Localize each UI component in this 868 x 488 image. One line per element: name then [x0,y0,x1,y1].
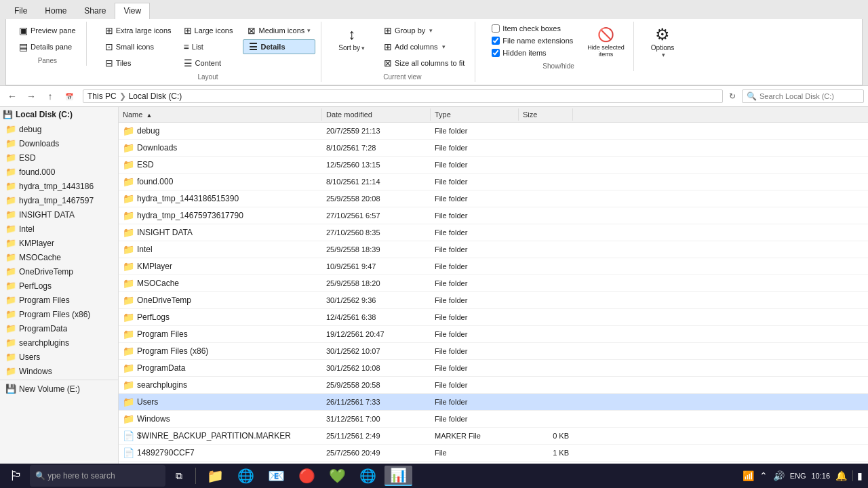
refresh-btn[interactable]: ↻ [726,89,739,103]
details-layout-btn[interactable]: ☰ Details [243,39,315,54]
taskbar-ppt[interactable]: 📊 [384,466,412,486]
table-row[interactable]: 📁 Users 26/11/2561 7:33 File folder [119,394,868,411]
sidebar-item-insight-data[interactable]: 📁INSIGHT DATA [0,207,118,222]
breadcrumb[interactable]: This PC ❯ Local Disk (C:) [83,89,723,103]
table-row[interactable]: 📁 Program Files 19/12/2561 20:47 File fo… [119,326,868,343]
sidebar-item-program-files[interactable]: 📁Program Files [0,293,118,307]
sidebar-item-label: found.000 [19,167,55,177]
medium-icons-btn[interactable]: ⊠ Medium icons ▾ [243,23,315,38]
table-row[interactable]: 📁 ESD 12/5/2560 13:15 File folder [119,157,868,174]
forward-btn[interactable]: → [23,88,39,104]
taskbar-antivirus[interactable]: 🔴 [293,466,321,486]
sidebar-localdisk-header[interactable]: 💾 Local Disk (C:) [0,107,118,122]
sidebar-item-windows[interactable]: 📁Windows [0,364,118,378]
sidebar-item-kmplayer[interactable]: 📁KMPlayer [0,236,118,250]
table-row[interactable]: 📁 Program Files (x86) 30/1/2562 10:07 Fi… [119,343,868,360]
table-row[interactable]: 📄 $WINRE_BACKUP_PARTITION.MARKER 25/11/2… [119,428,868,445]
back-btn[interactable]: ← [4,88,20,104]
start-btn[interactable]: 🏳 [5,465,27,487]
options-btn[interactable]: ⚙ Options ▾ [648,23,677,60]
show-desktop-btn[interactable]: ▮ [852,470,863,481]
sidebar-item-debug[interactable]: 📁debug [0,122,118,136]
tab-view[interactable]: View [115,3,150,19]
language-indicator[interactable]: ENG [790,472,806,480]
search-taskbar-btn[interactable]: 🔍 ype here to search [30,465,165,487]
col-size-header[interactable]: Size [519,108,573,121]
file-name-extensions-toggle[interactable]: File name extensions [489,35,576,46]
sidebar-item-hydra_tmp_1443186[interactable]: 📁hydra_tmp_1443186 [0,179,118,193]
sidebar-item-program-files-(x86)[interactable]: 📁Program Files (x86) [0,307,118,321]
table-row[interactable]: 📁 OneDriveTemp 30/1/2562 9:36 File folde… [119,292,868,309]
tab-share[interactable]: Share [75,3,115,19]
table-row[interactable]: 📁 KMPlayer 10/9/2561 9:47 File folder [119,258,868,275]
clock[interactable]: 10:16 [811,472,830,480]
large-icons-btn[interactable]: ⊞ Large icons [179,23,238,38]
sidebar-item-onedrivetemp[interactable]: 📁OneDriveTemp [0,264,118,279]
taskbar-explorer[interactable]: 📁 [201,466,229,486]
extra-large-icons-btn[interactable]: ⊞ Extra large icons [100,23,176,38]
sidebar-item-users[interactable]: 📁Users [0,350,118,364]
group-by-btn[interactable]: ⊞ Group by ▾ [379,23,469,38]
taskbar-browser[interactable]: 🌐 [354,466,382,486]
table-row[interactable]: 📁 hydra_tmp_1443186515390 25/9/2558 20:0… [119,190,868,207]
network-icon[interactable]: 📶 [743,470,754,481]
folder-icon: 📁 [123,329,134,340]
content-btn[interactable]: ☰ Content [179,56,238,70]
taskbar-green[interactable]: 💚 [323,466,351,486]
search-input[interactable] [760,92,859,100]
details-pane-btn[interactable]: ▤ Details pane [14,39,81,54]
col-name-header[interactable]: Name ▲ [119,108,322,121]
tiles-btn[interactable]: ⊟ Tiles [100,56,176,70]
sidebar-item-newvolume[interactable]: 💾 New Volume (E:) [0,382,118,396]
breadcrumb-localdisk[interactable]: Local Disk (C:) [129,92,182,101]
taskbar-edge[interactable]: 🌐 [232,466,260,486]
hidden-items-checkbox[interactable] [492,49,500,57]
taskbar-mail[interactable]: 📧 [262,466,290,486]
breadcrumb-thispc[interactable]: This PC [87,92,117,101]
sidebar-item-programdata[interactable]: 📁ProgramData [0,321,118,336]
table-row[interactable]: 📁 debug 20/7/2559 21:13 File folder [119,123,868,140]
sidebar-item-perflogs[interactable]: 📁PerfLogs [0,279,118,293]
sidebar-item-searchplugins[interactable]: 📁searchplugins [0,336,118,350]
recent-btn[interactable]: 📅 [61,88,77,104]
folder-icon: 📁 [5,266,16,277]
preview-pane-btn[interactable]: ▣ Preview pane [14,23,81,38]
hidden-items-toggle[interactable]: Hidden items [489,47,576,58]
sidebar-item-hydra_tmp_1467597[interactable]: 📁hydra_tmp_1467597 [0,193,118,207]
table-row[interactable]: 📄 14892790CCF7 25/7/2560 20:49 File 1 KB [119,445,868,462]
table-row[interactable]: 📁 Windows 31/12/2561 7:00 File folder [119,411,868,428]
table-row[interactable]: 📁 Downloads 8/10/2561 7:28 File folder [119,140,868,157]
tab-home[interactable]: Home [36,3,75,19]
sidebar-item-found.000[interactable]: 📁found.000 [0,165,118,179]
table-row[interactable]: 📁 found.000 8/10/2561 21:14 File folder [119,174,868,190]
tab-file[interactable]: File [5,3,36,19]
table-row[interactable]: 📁 PerfLogs 12/4/2561 6:38 File folder [119,309,868,326]
taskview-btn[interactable]: ⧉ [168,465,190,487]
search-box[interactable]: 🔍 [742,89,864,103]
table-row[interactable]: 📁 ProgramData 30/1/2562 10:08 File folde… [119,360,868,377]
col-date-header[interactable]: Date modified [322,108,431,121]
size-columns-btn[interactable]: ⊠ Size all columns to fit [379,56,469,70]
add-columns-btn[interactable]: ⊞ Add columns ▾ [379,39,469,54]
sidebar-item-msocache[interactable]: 📁MSOCache [0,250,118,264]
table-row[interactable]: 📁 Intel 25/9/2558 18:39 File folder [119,241,868,258]
notification-icon[interactable]: 🔔 [835,470,847,481]
table-row[interactable]: 📁 MSOCache 25/9/2558 18:20 File folder [119,275,868,292]
list-btn[interactable]: ≡ List [179,39,238,54]
hide-selected-btn[interactable]: 🚫 Hide selecteditems [584,23,628,60]
sort-by-btn[interactable]: ↕ Sort by ▾ [335,23,368,54]
col-type-header[interactable]: Type [431,108,519,121]
sidebar-item-intel[interactable]: 📁Intel [0,222,118,236]
item-check-boxes-toggle[interactable]: Item check boxes [489,23,576,34]
sidebar-item-downloads[interactable]: 📁Downloads [0,136,118,150]
chevron-icon[interactable]: ⌃ [760,470,768,481]
up-btn[interactable]: ↑ [42,88,58,104]
item-check-boxes-checkbox[interactable] [492,24,500,33]
small-icons-btn[interactable]: ⊡ Small icons [100,39,176,54]
table-row[interactable]: 📁 searchplugins 25/9/2558 20:58 File fol… [119,377,868,394]
table-row[interactable]: 📁 INSIGHT DATA 27/10/2560 8:35 File fold… [119,224,868,241]
volume-icon[interactable]: 🔊 [773,470,785,481]
table-row[interactable]: 📁 hydra_tmp_14675973617790 27/10/2561 6:… [119,207,868,224]
file-name-extensions-checkbox[interactable] [492,37,500,45]
sidebar-item-esd[interactable]: 📁ESD [0,150,118,165]
